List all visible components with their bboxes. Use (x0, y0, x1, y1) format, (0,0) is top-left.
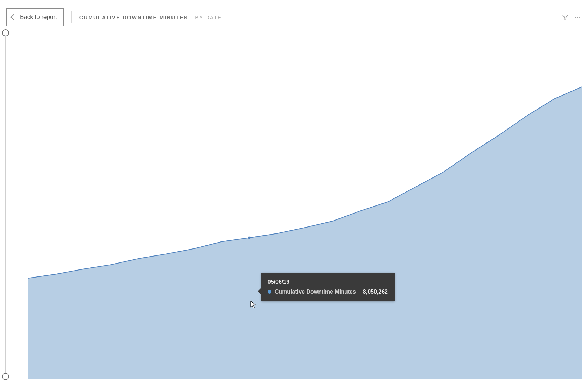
header-actions (562, 14, 582, 21)
filter-icon[interactable] (562, 14, 569, 21)
svg-point-0 (248, 236, 251, 239)
range-handle-top[interactable] (2, 29, 9, 36)
range-handle-bottom[interactable] (2, 373, 9, 380)
chevron-left-icon (11, 14, 17, 20)
chart-tooltip: 05/06/19 Cumulative Downtime Minutes 8,0… (261, 273, 395, 301)
area-chart[interactable]: 05/06/19 Cumulative Downtime Minutes 8,0… (11, 30, 582, 379)
chart-title-sub: BY DATE (195, 14, 222, 20)
back-to-report-button[interactable]: Back to report (6, 8, 64, 26)
chart-header: Back to report CUMULATIVE DOWNTIME MINUT… (6, 8, 582, 27)
tooltip-date: 05/06/19 (268, 278, 388, 287)
header-divider (71, 11, 72, 23)
vertical-range-scrollbar[interactable] (5, 32, 6, 377)
back-to-report-label: Back to report (20, 14, 57, 21)
more-options-icon[interactable] (574, 15, 582, 19)
chart-title-main: CUMULATIVE DOWNTIME MINUTES (79, 14, 188, 20)
tooltip-value: 8,050,262 (363, 287, 388, 296)
tooltip-series-color-icon (268, 290, 271, 294)
tooltip-series-label: Cumulative Downtime Minutes (275, 287, 356, 296)
